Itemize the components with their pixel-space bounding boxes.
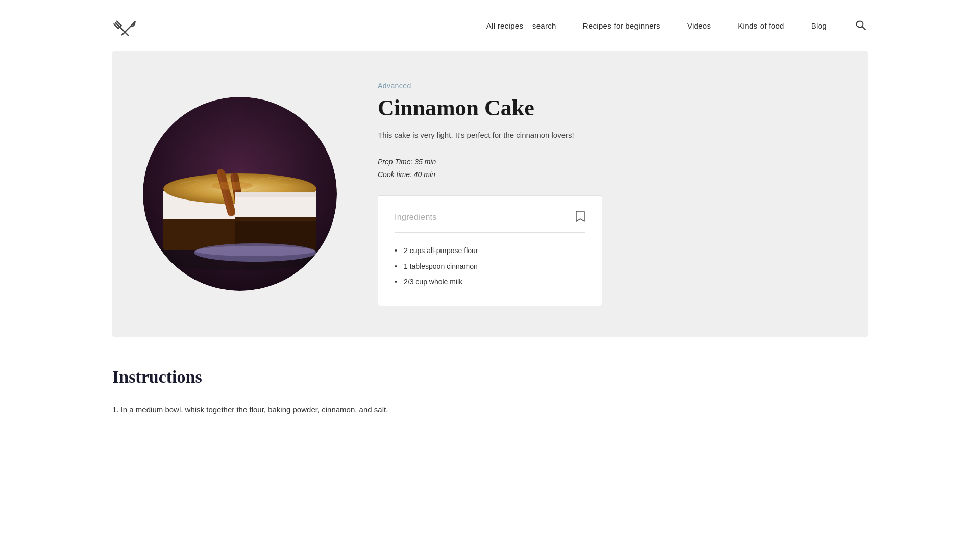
ingredient-item: 2/3 cup whole milk — [395, 274, 585, 289]
ingredients-box: Ingredients 2 cups all-purpose flour 1 t… — [378, 195, 602, 306]
ingredient-item: 2 cups all-purpose flour — [395, 243, 585, 258]
prep-time: Prep Time: 35 min — [378, 156, 837, 168]
recipe-level: Advanced — [378, 82, 837, 90]
recipe-title: Cinnamon Cake — [378, 96, 837, 120]
ingredients-label: Ingredients — [395, 213, 437, 222]
ingredients-list: 2 cups all-purpose flour 1 tablespoon ci… — [395, 243, 585, 289]
svg-point-24 — [195, 246, 315, 256]
recipe-details: Advanced Cinnamon Cake This cake is very… — [378, 82, 837, 306]
nav-all-recipes[interactable]: All recipes – search — [486, 21, 556, 30]
svg-line-7 — [862, 27, 865, 30]
svg-line-5 — [122, 22, 135, 35]
nav-kinds-of-food[interactable]: Kinds of food — [738, 21, 784, 30]
instruction-step: 1. In a medium bowl, whisk together the … — [112, 401, 868, 418]
recipe-times: Prep Time: 35 min Cook time: 40 min — [378, 156, 837, 181]
main-nav: All recipes – search Recipes for beginne… — [486, 18, 868, 34]
site-header: All recipes – search Recipes for beginne… — [0, 0, 980, 51]
svg-rect-22 — [235, 217, 316, 221]
bookmark-icon — [575, 210, 585, 222]
search-icon — [855, 20, 866, 30]
instructions-list: 1. In a medium bowl, whisk together the … — [112, 401, 868, 418]
recipe-hero: Advanced Cinnamon Cake This cake is very… — [112, 51, 868, 337]
logo-icon — [112, 12, 139, 39]
nav-videos[interactable]: Videos — [687, 21, 711, 30]
nav-recipes-beginners[interactable]: Recipes for beginners — [583, 21, 660, 30]
instructions-section: Instructions 1. In a medium bowl, whisk … — [0, 337, 980, 439]
instructions-title: Instructions — [112, 367, 868, 387]
ingredient-item: 1 tablespoon cinnamon — [395, 259, 585, 274]
cake-image-svg — [143, 97, 337, 291]
recipe-image — [143, 97, 337, 291]
recipe-description: This cake is very light. It's perfect fo… — [378, 130, 837, 141]
ingredients-header: Ingredients — [395, 210, 585, 224]
logo[interactable] — [112, 12, 139, 39]
svg-point-18 — [212, 182, 253, 190]
bookmark-button[interactable] — [575, 210, 585, 224]
svg-rect-20 — [235, 192, 316, 197]
cook-time: Cook time: 40 min — [378, 168, 837, 181]
nav-blog[interactable]: Blog — [811, 21, 827, 30]
ingredients-divider — [395, 232, 585, 233]
search-button[interactable] — [853, 18, 868, 34]
